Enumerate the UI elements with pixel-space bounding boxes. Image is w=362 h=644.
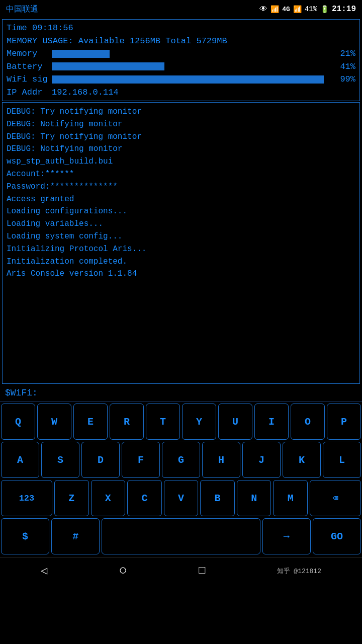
- battery-bar: [52, 62, 164, 70]
- key-t[interactable]: T: [146, 404, 180, 440]
- terminal-line: Initialization completed.: [7, 256, 355, 268]
- terminal-line: Access granted: [7, 193, 355, 206]
- keyboard-row-4: $ # → GO: [1, 518, 361, 554]
- wifi-row: WiFi sig 99%: [7, 73, 355, 86]
- cmd-prompt: $WiFi:: [5, 388, 38, 398]
- key-a[interactable]: A: [1, 442, 39, 478]
- key-l[interactable]: L: [323, 442, 361, 478]
- terminal-line: Account:******: [7, 168, 355, 181]
- terminal-line: Aris Console version 1.1.84: [7, 268, 355, 280]
- terminal-line: Password:**************: [7, 181, 355, 193]
- eye-icon: 👁: [259, 5, 267, 14]
- terminal-output: DEBUG: Try notifying monitorDEBUG: Notif…: [2, 102, 360, 384]
- memory-label: Memory: [7, 47, 52, 60]
- key-s[interactable]: S: [41, 442, 79, 478]
- network-type: 4G: [282, 6, 290, 13]
- key-go[interactable]: GO: [313, 518, 361, 554]
- terminal-line: Loading system config...: [7, 230, 355, 243]
- key-x[interactable]: X: [91, 480, 126, 516]
- key-h[interactable]: H: [202, 442, 240, 478]
- memory-bar-container: [52, 50, 326, 58]
- cmd-bar[interactable]: $WiFi:: [0, 385, 362, 401]
- key-y[interactable]: Y: [182, 404, 216, 440]
- key-f[interactable]: F: [122, 442, 160, 478]
- nav-home-icon[interactable]: ○: [119, 563, 127, 579]
- key-e[interactable]: E: [73, 404, 108, 440]
- battery-row: Battery 41%: [7, 60, 355, 73]
- terminal-line: DEBUG: Notifying monitor: [7, 118, 355, 131]
- keyboard: Q W E R T Y U I O P A S D F G H J K L 12…: [0, 401, 362, 557]
- key-v[interactable]: V: [164, 480, 199, 516]
- wifi-label: WiFi sig: [7, 73, 52, 86]
- key-p[interactable]: P: [327, 404, 361, 440]
- memory-usage-line: MEMORY USAGE: Available 1256MB Total 572…: [7, 35, 355, 48]
- key-d[interactable]: D: [81, 442, 120, 478]
- key-r[interactable]: R: [110, 404, 144, 440]
- key-k[interactable]: K: [283, 442, 321, 478]
- key-z[interactable]: Z: [54, 480, 89, 516]
- terminal-line: DEBUG: Notifying monitor: [7, 143, 355, 155]
- terminal-line: DEBUG: Try notifying monitor: [7, 131, 355, 143]
- key-q[interactable]: Q: [1, 404, 35, 440]
- key-hash[interactable]: #: [51, 518, 100, 554]
- battery-pct: 41%: [305, 5, 317, 13]
- key-space[interactable]: [102, 518, 260, 554]
- key-j[interactable]: J: [242, 442, 281, 478]
- terminal-line: Initializing Protocol Aris...: [7, 243, 355, 256]
- wifi-bar: [52, 75, 324, 84]
- wifi-icon: 📶: [270, 5, 279, 14]
- keyboard-row-1: Q W E R T Y U I O P: [1, 404, 361, 440]
- carrier-label: 中国联通: [6, 4, 38, 15]
- terminal-line: Loading configurations...: [7, 205, 355, 218]
- nav-recent-icon[interactable]: □: [199, 565, 205, 577]
- key-c[interactable]: C: [127, 480, 162, 516]
- key-arrow-right[interactable]: →: [262, 518, 311, 554]
- status-bar: 中国联通 👁 📶 4G 📶 41% 🔋 21:19: [0, 0, 362, 18]
- terminal-line: wsp_stp_auth_build.bui: [7, 155, 355, 168]
- keyboard-row-3: 123 Z X C V B N M ⌫: [1, 480, 361, 516]
- terminal-line: DEBUG: Try notifying monitor: [7, 106, 355, 118]
- key-123[interactable]: 123: [1, 480, 52, 516]
- key-b[interactable]: B: [200, 480, 235, 516]
- memory-pct: 21%: [330, 47, 355, 60]
- time-line: Time 09:18:56: [7, 22, 355, 35]
- memory-row: Memory 21%: [7, 47, 355, 60]
- wifi-pct: 99%: [330, 73, 355, 86]
- ip-label: IP Addr: [7, 86, 52, 99]
- nav-back-icon[interactable]: ◁: [41, 564, 47, 578]
- watermark: 知乎 @121812: [277, 567, 321, 576]
- nav-bar: ◁ ○ □ 知乎 @121812: [0, 557, 362, 584]
- key-o[interactable]: O: [291, 404, 325, 440]
- key-w[interactable]: W: [37, 404, 71, 440]
- info-panel: Time 09:18:56 MEMORY USAGE: Available 12…: [2, 19, 360, 101]
- ip-row: IP Addr 192.168.0.114: [7, 86, 355, 99]
- status-right: 👁 📶 4G 📶 41% 🔋 21:19: [259, 5, 356, 14]
- key-n[interactable]: N: [237, 480, 272, 516]
- key-i[interactable]: I: [254, 404, 289, 440]
- clock: 21:19: [332, 5, 356, 14]
- terminal-line: Loading variables...: [7, 218, 355, 230]
- key-m[interactable]: M: [273, 480, 308, 516]
- battery-label: Battery: [7, 60, 52, 73]
- key-g[interactable]: G: [162, 442, 200, 478]
- key-u[interactable]: U: [218, 404, 252, 440]
- key-backspace[interactable]: ⌫: [310, 480, 361, 516]
- key-dollar[interactable]: $: [1, 518, 49, 554]
- keyboard-row-2: A S D F G H J K L: [1, 442, 361, 478]
- wifi-bar-container: [52, 75, 326, 84]
- ip-value: 192.168.0.114: [52, 86, 119, 99]
- signal-bars: 📶: [293, 5, 302, 14]
- memory-bar: [52, 50, 110, 58]
- battery-icon: 🔋: [320, 5, 329, 14]
- battery-bar-container: [52, 62, 326, 70]
- battery-pct: 41%: [330, 60, 355, 73]
